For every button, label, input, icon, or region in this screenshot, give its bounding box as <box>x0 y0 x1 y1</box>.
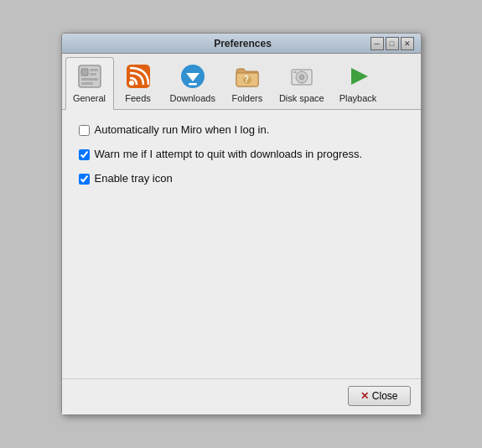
warn-quit-checkbox[interactable] <box>79 149 90 160</box>
feeds-icon <box>123 61 153 91</box>
auto-run-checkbox[interactable] <box>79 125 90 136</box>
maximize-button[interactable]: □ <box>386 37 399 50</box>
general-icon <box>75 61 105 91</box>
tray-icon-checkbox[interactable] <box>79 174 90 185</box>
tab-general[interactable]: General <box>65 57 114 110</box>
auto-run-row: Automatically run Miro when I log in. <box>79 123 404 136</box>
tray-icon-row: Enable tray icon <box>79 172 404 185</box>
svg-point-7 <box>129 81 134 86</box>
window-controls: ─ □ ✕ <box>371 37 414 50</box>
tab-folders-label: Folders <box>232 93 263 103</box>
preferences-window: Preferences ─ □ ✕ General <box>61 33 422 415</box>
tab-diskspace-label: Disk space <box>279 93 324 103</box>
tab-diskspace[interactable]: Disk space <box>272 57 332 109</box>
playback-icon <box>343 61 373 91</box>
tab-downloads[interactable]: Downloads <box>163 57 223 109</box>
tab-feeds[interactable]: Feeds <box>114 57 163 109</box>
tab-downloads-label: Downloads <box>170 93 215 103</box>
tab-feeds-label: Feeds <box>125 93 151 103</box>
auto-run-label[interactable]: Automatically run Miro when I log in. <box>95 123 270 136</box>
diskspace-icon <box>287 61 317 91</box>
tab-playback-label: Playback <box>339 93 377 103</box>
svg-marker-17 <box>351 68 368 85</box>
footer: ✕ Close <box>62 378 421 414</box>
tab-playback[interactable]: Playback <box>332 57 385 109</box>
close-icon: ✕ <box>360 390 369 402</box>
warn-quit-label[interactable]: Warn me if I attempt to quit with downlo… <box>95 148 363 160</box>
downloads-icon <box>178 61 208 91</box>
svg-rect-5 <box>81 82 93 85</box>
close-window-button[interactable]: ✕ <box>401 37 414 50</box>
svg-rect-16 <box>293 71 297 73</box>
tab-folders[interactable]: ? Folders <box>223 57 272 109</box>
svg-rect-4 <box>81 78 98 81</box>
tray-icon-label[interactable]: Enable tray icon <box>95 172 173 185</box>
svg-rect-3 <box>90 73 96 76</box>
warn-quit-row: Warn me if I attempt to quit with downlo… <box>79 148 404 160</box>
tab-bar: General Feeds <box>62 54 421 110</box>
close-button[interactable]: ✕ Close <box>348 386 411 406</box>
window-title: Preferences <box>116 38 371 49</box>
tab-general-label: General <box>73 93 106 103</box>
content-area: Automatically run Miro when I log in. Wa… <box>62 110 421 378</box>
svg-rect-10 <box>189 83 197 86</box>
svg-rect-2 <box>90 69 98 71</box>
folders-icon: ? <box>232 61 262 91</box>
svg-point-15 <box>299 76 303 80</box>
titlebar: Preferences ─ □ ✕ <box>62 34 421 54</box>
svg-rect-1 <box>81 69 88 76</box>
close-label: Close <box>372 390 398 402</box>
minimize-button[interactable]: ─ <box>371 37 384 50</box>
svg-text:?: ? <box>244 75 249 84</box>
